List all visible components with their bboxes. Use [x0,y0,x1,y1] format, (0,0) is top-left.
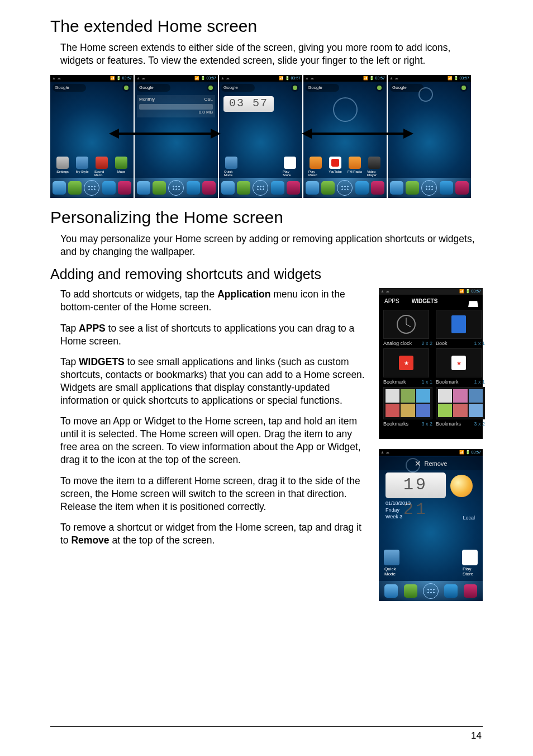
dock-apps-icon[interactable] [337,180,353,196]
dock [388,178,471,198]
dock-browser-icon[interactable] [271,181,284,195]
dock-messages-icon[interactable] [404,584,417,598]
para-add-shortcuts: To add shortcuts or widgets, tap the App… [60,288,368,314]
status-bar: ▲ ☁ 📶 🔋 03:57 [379,288,483,295]
status-bar: ▲ ☁ 📶 🔋 03:57 [388,75,471,82]
app-quickmode[interactable]: Quick Mode [384,550,399,577]
ring-decoration [333,97,358,122]
google-search[interactable]: Google [306,84,339,92]
dock-apps-icon[interactable] [423,583,439,599]
app-youtube[interactable]: YouTube [328,157,342,177]
voice-search-icon[interactable] [122,84,130,92]
dock-messages-icon[interactable] [321,181,335,195]
app-settings[interactable]: Settings [55,157,70,177]
dock-phone-icon[interactable] [390,181,403,195]
app-playstore[interactable]: Play Store [463,550,477,577]
google-search[interactable]: Google [390,84,423,92]
dock-apps-icon[interactable] [253,180,268,196]
ring-decoration [418,87,433,102]
app-maps[interactable]: Maps [114,157,129,177]
strip-phone-3: ▲ ☁ 📶 🔋 03:57 Google 03 57 Quick Mode Pl… [219,75,302,198]
para-extended-home: The Home screen extends to either side o… [60,41,483,67]
widgets-picker-screenshot: ▲ ☁ 📶 🔋 03:57 APPS WIDGETS Analog clock2… [379,288,483,439]
dock [379,581,483,601]
clock-widget-dragged[interactable]: 19 21 [386,472,446,498]
para-move-different: To move the item to a different Home scr… [60,475,368,513]
dock-phone-icon[interactable] [306,181,319,195]
tab-widgets[interactable]: WIDGETS [412,298,438,304]
heading-extended-home: The extended Home screen [50,17,483,36]
para-move-widget: To move an App or Widget to the Home scr… [60,415,368,466]
dock [50,178,134,198]
app-quickmode[interactable]: Quick Mode [224,157,239,177]
widget-book[interactable]: Book1 x 1 [436,310,485,346]
status-bar: ▲ ☁ 📶 🔋 03:57 [135,75,218,82]
strip-phone-2: ▲ ☁ 📶 🔋 03:57 Google MonthlyCSL 0.0 MB [135,75,218,198]
para-tap-widgets: Tap WIDGETS to see small applications an… [60,356,368,407]
status-right: 📶 🔋 03:57 [110,76,132,81]
dock-camera-icon[interactable] [118,181,131,195]
dock-browser-icon[interactable] [440,181,453,195]
dock-apps-icon[interactable] [168,180,184,196]
tab-apps[interactable]: APPS [384,298,399,304]
dock-camera-icon[interactable] [464,584,477,598]
weather-sun-icon [450,475,473,497]
google-search[interactable]: Google [53,84,86,92]
dock-camera-icon[interactable] [371,181,384,195]
status-bar: ▲ ☁ 📶 🔋 03:57 [303,75,387,82]
app-row: Settings My Style Sound Reco. Maps [50,157,134,177]
widget-bookmark-1[interactable]: ★ Bookmark1 x 1 [383,348,432,385]
dock-phone-icon[interactable] [384,584,398,598]
widget-bookmarks-1[interactable]: Bookmarks3 x 2 [383,387,432,427]
widget-bookmarks-2[interactable]: Bookmarks3 x 2 [436,387,485,427]
google-search[interactable]: Google [137,84,170,92]
footer-rule [50,726,483,727]
data-usage-widget[interactable]: MonthlyCSL 0.0 MB [137,95,215,117]
app-fmradio[interactable]: FM Radio [348,157,362,177]
dock-phone-icon[interactable] [221,181,235,195]
dock-browser-icon[interactable] [355,181,369,195]
dock-apps-icon[interactable] [84,180,99,196]
dock-messages-icon[interactable] [237,181,250,195]
page-number: 14 [471,730,482,741]
dock-browser-icon[interactable] [102,181,116,195]
para-tap-apps: Tap APPS to see a list of shortcuts to a… [60,322,368,348]
weather-location: Local [463,515,475,521]
dock-messages-icon[interactable] [153,181,166,195]
remove-widget-screenshot: ▲ ☁ 📶 🔋 03:57 ✕ Remove 19 21 01/18/2013 … [379,449,483,601]
dock-messages-icon[interactable] [406,181,419,195]
widget-analog-clock[interactable]: Analog clock2 x 2 [383,310,432,346]
dock-browser-icon[interactable] [187,181,200,195]
google-search[interactable]: Google [221,84,255,92]
dock-apps-icon[interactable] [421,180,437,196]
dock [303,178,387,198]
status-bar: ▲ ☁ 📶 🔋 03:57 [379,449,483,456]
dock [135,178,218,198]
dock-camera-icon[interactable] [455,181,469,195]
app-videoplayer[interactable]: Video Player [367,157,382,177]
dock-browser-icon[interactable] [444,584,458,598]
dock [219,178,302,198]
app-mystyle[interactable]: My Style [75,157,89,177]
dock-camera-icon[interactable] [202,181,216,195]
para-personalizing: You may personalize your Home screen by … [60,233,483,258]
voice-search-icon[interactable] [291,84,299,92]
dock-messages-icon[interactable] [68,181,82,195]
dock-camera-icon[interactable] [287,181,300,195]
voice-search-icon[interactable] [460,84,468,92]
voice-search-icon[interactable] [207,84,215,92]
app-soundrec[interactable]: Sound Reco. [94,157,109,177]
status-bar: ▲ ☁ 📶 🔋 03:57 [50,75,134,82]
home-screen-strip: ▲ ☁ 📶 🔋 03:57 Google Settings My Style S… [50,75,483,198]
strip-phone-5: ▲ ☁ 📶 🔋 03:57 Google [388,75,471,198]
dock-phone-icon[interactable] [53,181,66,195]
remove-target[interactable]: ✕ Remove [379,457,483,470]
app-playstore[interactable]: Play Store [283,157,297,177]
clock-widget[interactable]: 03 57 [223,96,274,112]
widget-bookmark-2[interactable]: ★ Bookmark1 x 1 [436,348,485,385]
dock-phone-icon[interactable] [137,181,150,195]
voice-search-icon[interactable] [375,84,383,92]
heading-shortcuts-widgets: Adding and removing shortcuts and widget… [50,266,483,282]
status-bar: ▲ ☁ 📶 🔋 03:57 [219,75,302,82]
app-playmusic[interactable]: Play Music [308,157,323,177]
